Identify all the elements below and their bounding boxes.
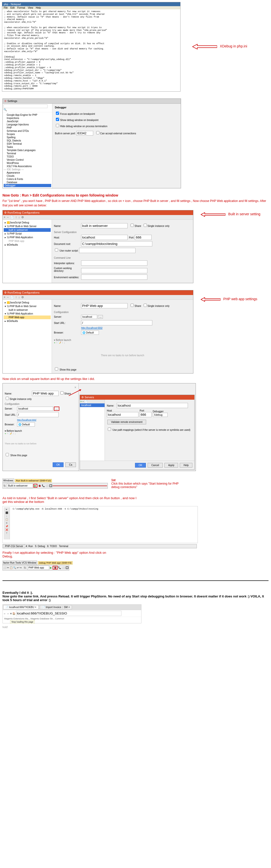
listen-button[interactable]: 📞 bbox=[42, 484, 45, 487]
tree-tmpl[interactable]: Template Data Languages bbox=[4, 149, 51, 152]
port-input2[interactable] bbox=[135, 235, 152, 240]
menu-view[interactable]: View bbox=[28, 6, 33, 9]
tree2-phpweb[interactable]: ▾ 🐘 PHP Web Application bbox=[4, 312, 51, 315]
terminal-gutter[interactable]: ▶⬛↓📋⊞📌❌? bbox=[4, 507, 10, 539]
cwd-input[interactable] bbox=[81, 268, 147, 273]
windows-btn[interactable]: Windows bbox=[2, 478, 14, 483]
run2-select[interactable]: PHP Web app bbox=[27, 566, 49, 570]
tree-scopes[interactable]: Scopes bbox=[4, 132, 51, 136]
tree-db[interactable]: Database bbox=[4, 181, 51, 184]
srv-host[interactable] bbox=[107, 412, 138, 417]
sv-showpage[interactable] bbox=[6, 453, 9, 456]
address-bar[interactable] bbox=[16, 611, 121, 616]
env-input[interactable] bbox=[81, 275, 147, 280]
tree-php[interactable]: PHP bbox=[4, 126, 51, 129]
sv-server-select[interactable]: localhost bbox=[17, 407, 53, 411]
tree-ssh[interactable]: SSH Terminal bbox=[4, 142, 51, 146]
notepad-body[interactable]: ; when eaccelerator fails to get shared … bbox=[2, 9, 180, 91]
ide-menubar[interactable]: factor Run Tools VCS Window bbox=[2, 561, 37, 565]
tab-phpcgi[interactable]: PHP-CGI Server bbox=[3, 544, 25, 548]
cb2-single[interactable] bbox=[144, 304, 147, 307]
tree-vcs[interactable]: Version Control bbox=[4, 158, 51, 161]
url-link[interactable]: http://localhost:666/ bbox=[81, 327, 103, 329]
nav-back[interactable]: ← bbox=[3, 612, 6, 615]
port-input[interactable] bbox=[76, 131, 93, 135]
run-button[interactable]: ▶ bbox=[33, 484, 37, 488]
tree-jsdebug[interactable]: ▸ 🟨 JavaScript Debug bbox=[4, 221, 51, 224]
browser-tab1[interactable]: 📄 localhost:666/?XDEBU × bbox=[3, 605, 38, 609]
menu-format[interactable]: Format bbox=[17, 6, 25, 9]
tree2-phpbuiltin[interactable]: ▾ 🐘 PHP Built-in Web Server bbox=[4, 304, 51, 308]
interp-input[interactable] bbox=[81, 260, 147, 266]
tree-appear[interactable]: Appearance bbox=[4, 171, 51, 174]
cb-share[interactable] bbox=[131, 224, 134, 227]
sv-share[interactable] bbox=[60, 391, 63, 395]
sv-browser[interactable]: 🌐 Default bbox=[17, 423, 35, 427]
srv-ok[interactable]: OK bbox=[135, 463, 146, 468]
run2-run[interactable]: ▶ bbox=[50, 566, 52, 569]
runcfg-toolbar[interactable]: +−📄↑↓⚙ bbox=[3, 215, 193, 220]
srv-help[interactable]: Help bbox=[180, 463, 192, 468]
sv-starturl[interactable] bbox=[17, 412, 59, 417]
servers-list-item[interactable]: localhost bbox=[80, 403, 105, 407]
cb-focus[interactable] bbox=[56, 112, 59, 115]
tree-inspections[interactable]: Inspections bbox=[4, 117, 51, 120]
cb-pathmap[interactable] bbox=[108, 428, 111, 431]
cb-router[interactable] bbox=[55, 248, 58, 252]
tree-clouds[interactable]: Clouds bbox=[4, 174, 51, 178]
debug-button[interactable]: 🐞 bbox=[38, 484, 41, 487]
tree-term[interactable]: Terminal bbox=[4, 152, 51, 155]
tree-phpbuiltin[interactable]: ▾ 🐘 PHP Built-in Web Server bbox=[4, 224, 51, 228]
tree-wp[interactable]: WordPress bbox=[4, 161, 51, 165]
tree-js[interactable]: JavaScript bbox=[4, 120, 51, 123]
browser-tab2[interactable]: 📄 Import Invoice :: SM × bbox=[40, 605, 72, 609]
tree-spelling[interactable]: Spelling bbox=[4, 136, 51, 139]
run-config-select[interactable]: Built in webserver bbox=[7, 484, 33, 488]
cb-show[interactable] bbox=[56, 118, 59, 121]
menu-file[interactable]: File bbox=[4, 6, 8, 9]
tab-debug[interactable]: 5: Debug bbox=[35, 545, 45, 548]
tree2-defaults[interactable]: ▸ ⚙ Defaults bbox=[4, 319, 51, 323]
tree-defaults[interactable]: ▸ ⚙ Defaults bbox=[4, 243, 51, 247]
cb2-share[interactable] bbox=[131, 304, 134, 307]
tree-phpscript[interactable]: ▸ 🐘 PHP Script bbox=[4, 232, 51, 236]
browser-tabstrip[interactable]: 📄 localhost:666/?XDEBU × 📄 Import Invoic… bbox=[3, 604, 141, 610]
srv-cancel[interactable]: Cancel bbox=[147, 463, 163, 468]
docroot-input[interactable] bbox=[81, 241, 152, 246]
tree-schemas[interactable]: Schemas and DTDs bbox=[4, 129, 51, 132]
validate-btn[interactable]: Validate remote environment bbox=[107, 420, 146, 424]
tab-terminal[interactable]: Terminal bbox=[59, 545, 68, 548]
name2-input[interactable] bbox=[81, 303, 128, 308]
nav-home[interactable]: 🏠 bbox=[12, 612, 15, 615]
terminal-tabs[interactable]: PHP-CGI Server 4: Run 5: Debug 6: TODO T… bbox=[2, 544, 197, 548]
router-input[interactable] bbox=[79, 248, 136, 253]
srv-port[interactable] bbox=[140, 412, 152, 417]
tree-xslt[interactable]: XSLT File Associations bbox=[4, 165, 51, 168]
starturl-input[interactable] bbox=[81, 320, 152, 326]
tree2-builtin[interactable]: built in webserver bbox=[4, 308, 51, 312]
cb-hide[interactable] bbox=[56, 124, 59, 127]
menu-edit[interactable]: Edit bbox=[10, 6, 15, 9]
server-edit-btn[interactable]: … bbox=[98, 315, 103, 319]
nav-fwd[interactable]: → bbox=[7, 612, 9, 615]
sv-server-btn[interactable]: … bbox=[54, 407, 59, 411]
runcfg2-tree[interactable]: ▸ 🟨 JavaScript Debug ▾ 🐘 PHP Built-in We… bbox=[3, 300, 52, 373]
sv-name[interactable] bbox=[32, 391, 59, 396]
settings-search[interactable] bbox=[3, 104, 48, 108]
tree-debugger[interactable]: Debugger bbox=[4, 184, 51, 187]
runcfg2-toolbar[interactable]: +−📄↑↓⚙ bbox=[3, 295, 193, 300]
tree-todo[interactable]: TODO bbox=[4, 155, 51, 158]
tree-lang[interactable]: Language Injections bbox=[4, 123, 51, 126]
sv-ok[interactable]: OK bbox=[53, 462, 63, 467]
run2-debug[interactable]: 🐞 bbox=[53, 566, 58, 569]
menu-help[interactable]: Help bbox=[36, 6, 41, 9]
tree-phpwebapp[interactable]: PHP Web app bbox=[4, 239, 51, 243]
browser-select[interactable]: 🌐 Default bbox=[81, 331, 99, 335]
tree2-phpwebapp-sel[interactable]: PHP Web app bbox=[4, 315, 51, 319]
server-select[interactable]: localhost bbox=[81, 315, 97, 319]
cb-showpage[interactable] bbox=[55, 367, 58, 371]
tree-sql[interactable]: SQL Dialects bbox=[4, 139, 51, 142]
host-input[interactable] bbox=[81, 235, 128, 240]
srv-name-input[interactable] bbox=[117, 403, 188, 408]
name-input[interactable] bbox=[81, 223, 128, 228]
